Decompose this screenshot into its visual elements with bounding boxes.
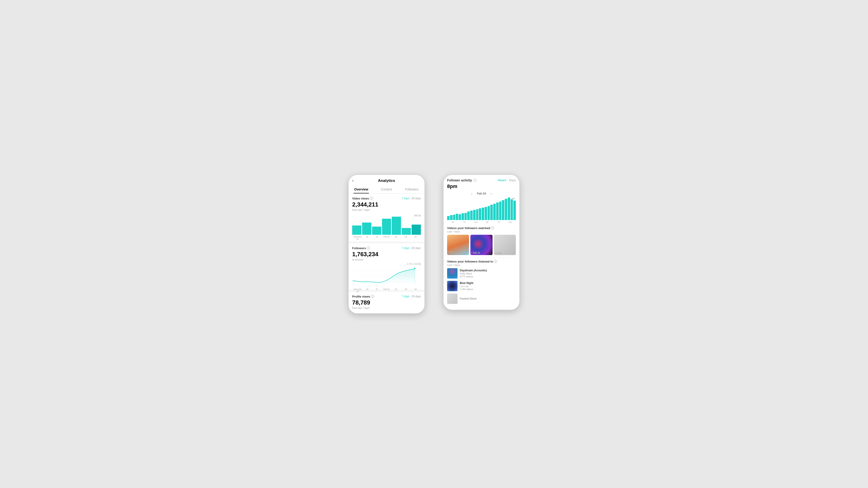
videos-watched-title: Videos your followers watched i — [447, 226, 516, 230]
activity-chart-wrapper: 999 — [447, 197, 516, 223]
tab-followers[interactable]: Followers — [399, 185, 425, 193]
profile-views-header: Profile views i 7 days 28 days — [352, 295, 421, 298]
x-label-5: 02 — [391, 236, 401, 240]
music-info-3: Fastest Dove — [460, 297, 516, 300]
videos-listened-title: Videos your followers listened to i — [447, 260, 516, 263]
profile-views-28days[interactable]: 28 days — [411, 295, 421, 298]
act-bar-3 — [453, 215, 456, 220]
tabs-row: Overview Content Followers — [348, 185, 425, 194]
videos-listened-section: Videos your followers listened to i Last… — [447, 257, 516, 304]
thumb-count-3: ▷ 3590 — [495, 252, 502, 254]
analytics-title: Analytics — [378, 178, 395, 183]
tab-overview[interactable]: Overview — [348, 185, 374, 193]
act-bar-19 — [499, 201, 502, 220]
phone-analytics: ‹ Analytics Overview Content Followers V… — [348, 174, 425, 314]
x-label-4: Feb 01 — [382, 236, 392, 240]
music-item-1[interactable]: Daydream (Acoustic) Patty Ward 6773 vide… — [447, 268, 516, 279]
video-views-7days[interactable]: 7 days — [402, 197, 410, 200]
video-views-toggle: 7 days 28 days — [402, 197, 421, 200]
act-bar-22 — [508, 197, 510, 220]
music-thumb-2 — [447, 281, 458, 291]
followers-chart: 1.7m (+13.4k) — [352, 263, 421, 288]
fx-label-2: 30 — [362, 288, 372, 293]
activity-bar-chart — [447, 197, 516, 220]
act-x-7a: 7a — [459, 221, 470, 223]
act-bar-10 — [473, 210, 475, 220]
act-bar-8 — [467, 212, 470, 220]
followers-toggle: 7 days 28 days — [402, 247, 421, 250]
play-icon-1: ▷ — [448, 252, 450, 254]
activity-x-labels: 3a 7a 11a 3p 7p 11p — [447, 221, 516, 223]
video-views-28days[interactable]: 28 days — [411, 197, 421, 200]
followers-info-icon[interactable]: i — [367, 247, 370, 250]
followers-28days[interactable]: 28 days — [411, 247, 421, 250]
act-x-3p: 3p — [482, 221, 493, 223]
date-nav: ‹ Feb 04 › — [447, 192, 516, 196]
follower-activity-info-icon[interactable]: i — [473, 179, 476, 182]
phone-follower-activity: Follower activity i Hours Days 8pm ‹ Feb… — [443, 174, 520, 310]
music-title-2: Blue Night — [460, 282, 516, 285]
profile-views-7days[interactable]: 7 days — [402, 295, 410, 298]
fx-label-4: Feb 01 — [382, 288, 392, 293]
follower-activity-header: Follower activity i Hours Days — [447, 178, 516, 182]
music-item-2[interactable]: Blue Night Lez Lee 1.2M videos — [447, 281, 516, 291]
date-label: Feb 04 — [477, 192, 486, 195]
next-date-button[interactable]: › — [491, 192, 492, 196]
x-label-2: 30 — [362, 236, 372, 240]
video-views-x-labels: Janxxxxx29 30 31 Feb 01 02 03 04 — [352, 236, 421, 240]
followers-x-labels: Janxxxxx29 30 31 Feb 01 02 03 04 — [352, 288, 421, 293]
video-views-sub: from last 7 days — [352, 208, 421, 211]
act-bar-14 — [485, 207, 487, 220]
profile-views-label: Profile views i — [352, 295, 374, 298]
followers-7days[interactable]: 7 days — [402, 247, 410, 250]
act-bar-4 — [456, 214, 458, 220]
thumb-count-1: ▷ 776 — [448, 252, 454, 254]
fx-label-1: Janxxxxx29 — [352, 288, 362, 293]
act-bar-5 — [459, 214, 461, 220]
followers-label: Followers i — [352, 247, 370, 250]
profile-views-section: Profile views i 7 days 28 days 78,789 fr… — [348, 292, 425, 313]
music-info-2: Blue Night Lez Lee 1.2M videos — [460, 282, 516, 291]
video-views-value: 2,344,211 — [352, 201, 421, 208]
follower-title-row: Follower activity i — [447, 178, 476, 182]
back-button[interactable]: ‹ — [352, 178, 353, 183]
act-bar-12 — [479, 208, 481, 220]
act-bar-15 — [488, 206, 490, 220]
act-bar-7 — [465, 213, 467, 220]
thumb-count-2: ▷ 800.2k — [471, 252, 480, 254]
video-thumb-3[interactable]: ▷ 3590 — [494, 235, 516, 255]
fx-label-5: 02 — [391, 288, 401, 293]
act-bar-20 — [502, 200, 504, 220]
music-thumb-3 — [447, 293, 458, 304]
bar-2 — [362, 223, 371, 235]
phones-container: ‹ Analytics Overview Content Followers V… — [348, 174, 520, 314]
music-item-3[interactable]: Fastest Dove — [447, 293, 516, 304]
profile-views-toggle: 7 days 28 days — [402, 295, 421, 298]
act-x-7p: 7p — [493, 221, 504, 223]
music-artist-1: Patty Ward — [460, 272, 516, 275]
fx-label-3: 31 — [372, 288, 382, 293]
fx-label-6: 03 — [401, 288, 411, 293]
x-label-6: 03 — [401, 236, 411, 240]
videos-watched-info-icon[interactable]: i — [491, 226, 494, 230]
music-title-1: Daydream (Acoustic) — [460, 269, 516, 272]
tab-content[interactable]: Content — [374, 185, 399, 193]
hours-button[interactable]: Hours — [498, 178, 506, 182]
days-button[interactable]: Days — [509, 178, 516, 182]
videos-listened-info-icon[interactable]: i — [494, 260, 497, 263]
video-views-max: 909.3k — [414, 215, 421, 217]
video-thumb-1[interactable]: ▷ 776 — [447, 235, 469, 255]
profile-views-info-icon[interactable]: i — [371, 295, 374, 298]
videos-watched-section: Videos your followers watched i Last 7 d… — [447, 226, 516, 255]
video-views-info-icon[interactable]: i — [370, 197, 373, 200]
followers-max: 1.7m (+13.4k) — [407, 263, 421, 265]
act-x-3a: 3a — [447, 221, 459, 223]
act-bar-23 — [510, 199, 513, 220]
bar-1 — [352, 225, 362, 235]
video-thumb-2[interactable]: ▷ 800.2k — [470, 235, 492, 255]
prev-date-button[interactable]: ‹ — [471, 192, 472, 196]
bar-7 — [412, 225, 421, 235]
act-bar-1 — [447, 216, 450, 220]
profile-views-sub: from last 7 days — [352, 306, 421, 309]
time-display: 8pm — [447, 184, 516, 189]
